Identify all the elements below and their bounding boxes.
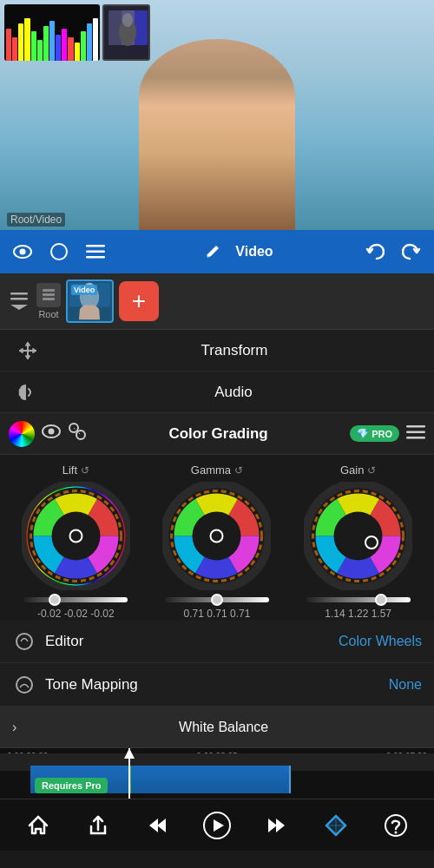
- rewind-button[interactable]: [138, 806, 176, 845]
- root-video-label: Root/Video: [7, 213, 65, 227]
- bottom-controls: [0, 799, 434, 851]
- color-wheel-icon: [9, 421, 35, 447]
- svg-point-52: [16, 634, 32, 649]
- svg-point-34: [51, 512, 100, 561]
- share-button[interactable]: [79, 806, 117, 845]
- svg-rect-27: [406, 425, 425, 428]
- svg-rect-28: [406, 431, 425, 434]
- eye-icon[interactable]: [7, 236, 38, 267]
- tone-mapping-label: Tone Mapping: [45, 676, 389, 694]
- cg-adjust-icon[interactable]: [68, 422, 87, 445]
- gamma-label: Gamma: [191, 464, 231, 477]
- svg-point-56: [394, 831, 397, 833]
- color-wheels-area: Lift ↺: [0, 455, 434, 620]
- lift-wheel-container: Lift ↺: [10, 464, 141, 620]
- video-thumb-label: Video: [71, 285, 97, 295]
- svg-rect-11: [86, 251, 105, 253]
- diamond-button[interactable]: [317, 806, 355, 845]
- timeline-strip: Root Video +: [0, 273, 434, 330]
- gain-wheel[interactable]: [304, 482, 412, 590]
- audio-label: Audio: [45, 384, 422, 401]
- redo-button[interactable]: [396, 236, 427, 267]
- editor-icon: [12, 629, 36, 654]
- waveform-panel: [4, 4, 150, 61]
- cg-menu-icon[interactable]: [406, 424, 425, 444]
- gamma-values: 0.71 0.71 0.71: [184, 608, 251, 620]
- gamma-wheel-container: Gamma ↺: [152, 464, 282, 620]
- wheels-row: Lift ↺: [0, 464, 434, 620]
- svg-point-48: [334, 512, 383, 561]
- lift-values: -0.02 -0.02 -0.02: [37, 608, 115, 620]
- svg-rect-15: [43, 289, 55, 292]
- cg-eye-icon[interactable]: [42, 424, 61, 443]
- gamma-refresh-icon[interactable]: ↺: [234, 464, 243, 477]
- gain-wheel-container: Gain ↺: [293, 464, 424, 620]
- svg-point-6: [122, 13, 133, 27]
- svg-point-9: [51, 244, 67, 260]
- svg-point-25: [76, 431, 85, 439]
- lift-brightness-slider[interactable]: [23, 597, 128, 602]
- gamma-slider-thumb[interactable]: [211, 594, 223, 606]
- svg-rect-16: [43, 293, 55, 296]
- svg-rect-14: [10, 298, 28, 300]
- svg-rect-12: [86, 256, 105, 259]
- editor-value: Color Wheels: [339, 634, 422, 649]
- editor-row[interactable]: Editor Color Wheels: [0, 620, 434, 663]
- help-button[interactable]: [377, 806, 415, 845]
- audio-section[interactable]: Audio: [0, 372, 434, 413]
- white-balance-row[interactable]: › White Balance: [0, 707, 434, 748]
- transform-icon: [14, 337, 42, 365]
- transform-section[interactable]: Transform: [0, 330, 434, 372]
- forward-button[interactable]: [258, 806, 296, 845]
- circle-icon[interactable]: [43, 236, 75, 267]
- waveform-thumb-1: [4, 4, 100, 61]
- gain-values: 1.14 1.22 1.57: [325, 608, 391, 620]
- color-grading-header: Color Grading 💎 PRO: [0, 413, 434, 455]
- gain-label-row: Gain ↺: [340, 464, 376, 477]
- home-button[interactable]: [19, 806, 57, 845]
- collapse-icon[interactable]: [7, 289, 31, 313]
- gamma-wheel[interactable]: [162, 482, 271, 590]
- pro-badge: 💎 PRO: [350, 425, 399, 442]
- svg-rect-13: [10, 293, 28, 295]
- svg-point-23: [49, 429, 55, 435]
- svg-point-8: [20, 249, 26, 255]
- tone-mapping-value: None: [389, 677, 422, 693]
- lift-label-row: Lift ↺: [62, 464, 89, 477]
- timeline-bottom: 0:00:00:00 0:00:03:25 0:00:07:20 Require…: [0, 748, 434, 799]
- toolbar-title: Video: [235, 244, 273, 260]
- top-toolbar: Video: [0, 230, 434, 273]
- svg-rect-17: [43, 298, 55, 300]
- undo-button[interactable]: [359, 236, 391, 267]
- svg-rect-4: [135, 10, 148, 45]
- audio-icon: [12, 378, 40, 406]
- timeline-playhead: [128, 748, 130, 799]
- editor-label: Editor: [45, 633, 339, 650]
- lift-slider-thumb[interactable]: [49, 594, 61, 606]
- gain-brightness-slider[interactable]: [306, 597, 411, 602]
- subject-figure: [139, 39, 295, 230]
- requires-pro-badge: Requires Pro: [35, 778, 108, 793]
- video-clip-thumb[interactable]: Video: [66, 279, 114, 323]
- svg-rect-29: [406, 437, 425, 439]
- play-button[interactable]: [198, 806, 236, 845]
- gain-refresh-icon[interactable]: ↺: [367, 464, 376, 477]
- gamma-brightness-slider[interactable]: [165, 597, 269, 602]
- mini-thumbnail: [102, 4, 150, 61]
- wb-arrow-icon: ›: [12, 720, 16, 735]
- video-preview: Root/Video: [0, 0, 434, 230]
- add-clip-button[interactable]: +: [119, 281, 159, 321]
- cg-title: Color Grading: [94, 425, 343, 443]
- tone-mapping-row[interactable]: Tone Mapping None: [0, 663, 434, 707]
- svg-point-41: [193, 512, 241, 561]
- lift-refresh-icon[interactable]: ↺: [81, 464, 89, 477]
- gain-label: Gain: [340, 464, 364, 477]
- pencil-icon: [197, 236, 228, 267]
- lift-label: Lift: [62, 464, 77, 477]
- lift-wheel[interactable]: [22, 482, 130, 590]
- gain-slider-thumb[interactable]: [375, 594, 387, 606]
- white-balance-label: White Balance: [25, 720, 422, 735]
- tone-mapping-icon: [12, 673, 36, 697]
- svg-rect-10: [86, 245, 105, 247]
- menu-icon[interactable]: [80, 236, 111, 267]
